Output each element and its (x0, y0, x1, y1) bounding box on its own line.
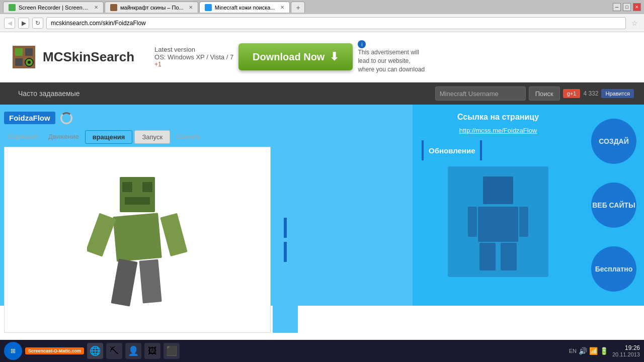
mc-taskbar-icon[interactable]: ⛏ (106, 343, 122, 359)
minecraft-character (87, 162, 188, 318)
update-bar-left (422, 140, 424, 160)
svg-point-6 (28, 61, 31, 64)
taskbar: ⊞ Screencast-O-Matic.com 🌐 ⛏ 👤 🖼 ⬛ EN 🔊 … (0, 340, 644, 362)
svg-rect-10 (125, 197, 150, 205)
main-body: FoidzaFlow Скриншот Движение вращения За… (0, 105, 644, 306)
loading-spinner (60, 112, 72, 124)
download-now-button[interactable]: Download Now ⬇ (238, 43, 353, 70)
tab-2-close[interactable]: ✕ (189, 5, 193, 10)
skin-username-badge: FoidzaFlow (4, 112, 55, 124)
svg-rect-1 (15, 48, 23, 56)
browser-nav-bar: ◀ ▶ ↻ ☆ (0, 14, 644, 32)
nav-faq[interactable]: Часто задаваемые (10, 82, 88, 105)
clock-display: 19:26 20.11.2013 (612, 344, 640, 357)
screencast-app[interactable]: Screencast-O-Matic.com (25, 347, 84, 354)
info-icon[interactable]: i (358, 40, 366, 48)
скачать-label[interactable]: Скачать (172, 130, 205, 144)
minimize-button[interactable]: ─ (613, 3, 621, 11)
close-button[interactable]: ✕ (633, 3, 641, 11)
browser-tabs: Screen Recorder | Screenc... ✕ майнкрафт… (3, 2, 613, 13)
tab-3-label: Minecraft кожи поиска... (215, 5, 275, 11)
battery-icon[interactable]: 🔋 (600, 347, 608, 355)
taskbar-right: EN 🔊 📶 🔋 19:26 20.11.2013 (569, 344, 640, 357)
lang-indicator: EN (569, 348, 577, 354)
site-logo (10, 43, 38, 71)
network-icon[interactable]: 📶 (589, 347, 598, 355)
side-panel: СОЗДАЙ ВЕБ САЙТЫ Бесплатно (584, 105, 644, 306)
refresh-button[interactable]: ↻ (32, 18, 43, 29)
svg-rect-13 (160, 213, 188, 256)
tab-1-close[interactable]: ✕ (94, 5, 98, 10)
free-label: Бесплатно (595, 265, 632, 273)
websites-label: ВЕБ САЙТЫ (592, 201, 635, 209)
search-button[interactable]: Поиск (529, 86, 560, 101)
update-section: Обновление (421, 139, 576, 161)
forward-button[interactable]: ▶ (18, 18, 29, 29)
запуск-button[interactable]: Запуск (134, 130, 170, 144)
skin-controls: Скриншот Движение вращения Запуск Скачат… (4, 127, 409, 147)
search-area: Поиск g+1 4 332 Нравится (435, 86, 634, 101)
free-circle-button[interactable]: Бесплатно (591, 246, 636, 292)
gplus-button[interactable]: g+1 (563, 89, 581, 98)
svg-rect-3 (15, 58, 23, 66)
site-nav: Часто задаваемые Поиск g+1 4 332 Нравитс… (0, 82, 644, 105)
tab-2[interactable]: майнкрафт скины – По... ✕ (105, 2, 198, 13)
system-tray: EN 🔊 📶 🔋 (569, 347, 608, 355)
tab-3[interactable]: Minecraft кожи поиска... ✕ (199, 2, 290, 13)
browser-chrome: Screen Recorder | Screenc... ✕ майнкрафт… (0, 0, 644, 32)
user-taskbar-icon[interactable]: 👤 (125, 343, 141, 359)
gplus-label: +1 (154, 61, 233, 68)
photos-taskbar-icon[interactable]: 🖼 (144, 343, 160, 359)
skin-3d-viewer (4, 147, 271, 333)
svg-rect-16 (483, 176, 513, 204)
page-content: MCSkinSearch Latest version OS: Windows … (0, 32, 644, 340)
svg-rect-20 (479, 243, 496, 270)
username-search-input[interactable] (435, 86, 526, 101)
svg-rect-2 (25, 48, 33, 56)
svg-rect-15 (139, 259, 162, 304)
start-button[interactable]: ⊞ (4, 342, 22, 360)
new-tab[interactable]: + (291, 2, 305, 13)
tab-1[interactable]: Screen Recorder | Screenc... ✕ (3, 2, 104, 13)
движение-btn[interactable]: Движение (44, 130, 83, 144)
update-bar-right (480, 140, 482, 160)
maximize-button[interactable]: □ (623, 3, 631, 11)
bookmark-icon[interactable]: ☆ (629, 18, 640, 29)
back-button[interactable]: ◀ (4, 18, 15, 29)
tab-2-icon (110, 4, 117, 11)
svg-rect-18 (468, 207, 477, 237)
skin-page-url[interactable]: http://mcss.me/FoidzaFlow (459, 127, 537, 134)
svg-rect-9 (142, 182, 152, 192)
site-name: MCSkinSearch (43, 49, 134, 65)
svg-rect-12 (87, 213, 116, 257)
skin-title-bar: FoidzaFlow (4, 109, 409, 127)
websites-circle-button[interactable]: ВЕБ САЙТЫ (591, 183, 636, 228)
tab-3-icon (205, 4, 212, 11)
clock-time: 19:26 (612, 344, 640, 351)
skin-preview-character (465, 171, 531, 272)
clock-date: 20.11.2013 (612, 351, 640, 357)
logo-area: MCSkinSearch (10, 43, 134, 71)
skin-viewer-row (4, 147, 409, 333)
chrome-taskbar-icon[interactable]: 🌐 (87, 343, 103, 359)
create-circle-button[interactable]: СОЗДАЙ (591, 119, 636, 164)
latest-version-text: Latest version OS: Windows XP / Vista / … (154, 46, 233, 68)
link-section-title: Ссылка на страницу (457, 113, 539, 122)
tab-3-close[interactable]: ✕ (280, 5, 284, 10)
tab-1-icon (9, 4, 16, 11)
вращения-button[interactable]: вращения (85, 130, 133, 144)
title-bar: Screen Recorder | Screenc... ✕ майнкрафт… (0, 0, 644, 14)
social-buttons: g+1 4 332 Нравится (563, 89, 634, 98)
address-input[interactable] (46, 17, 626, 29)
select-taskbar-icon[interactable]: ⬛ (164, 343, 180, 359)
screencast-label: Screencast-O-Matic.com (28, 348, 81, 353)
tab-1-label: Screen Recorder | Screenc... (19, 5, 89, 11)
speaker-icon[interactable]: 🔊 (579, 347, 587, 355)
svg-rect-19 (519, 207, 528, 237)
window-controls: ─ □ ✕ (613, 3, 641, 11)
skin-flat-view (273, 147, 298, 333)
ad-description: This advertisement will lead to our webs… (358, 48, 428, 73)
facebook-button[interactable]: Нравится (601, 89, 634, 98)
svg-rect-8 (122, 182, 132, 192)
tab-2-label: майнкрафт скины – По... (120, 5, 184, 11)
